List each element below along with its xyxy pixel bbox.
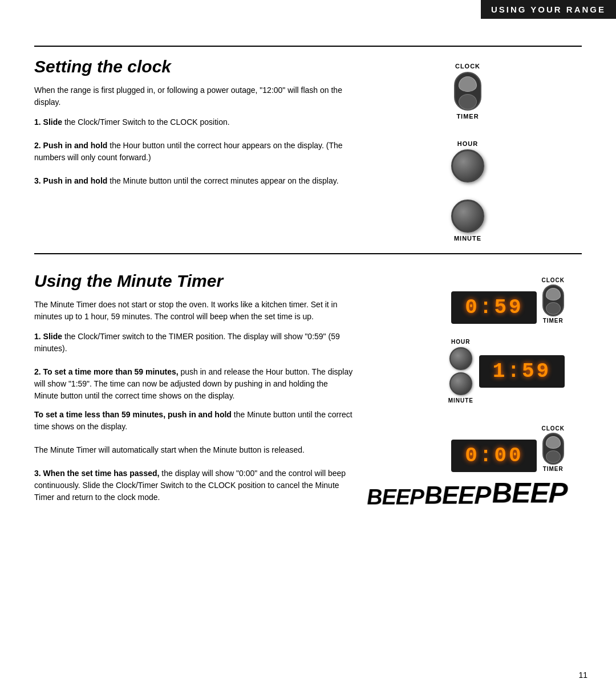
clock-label-sm-1: CLOCK bbox=[541, 277, 565, 283]
switch-sm-1 bbox=[542, 284, 564, 316]
step-3-bold: Push in and hold bbox=[43, 176, 108, 185]
hour-sm-label: HOUR bbox=[451, 339, 470, 345]
clock-timer-switch bbox=[454, 72, 481, 111]
hour-label: HOUR bbox=[457, 140, 478, 147]
display-3: 0:00 bbox=[451, 440, 537, 472]
switch-sm-3 bbox=[542, 433, 564, 465]
display-3-text: 0:00 bbox=[465, 444, 523, 468]
section-divider-bottom bbox=[34, 253, 582, 254]
mt-step-2b: To set a time less than 59 minutes, push… bbox=[34, 409, 354, 433]
switch-sm-knob-top-3 bbox=[546, 436, 561, 449]
setting-clock-intro: When the range is first plugged in, or f… bbox=[34, 84, 354, 108]
switch-sm-knob-top-1 bbox=[546, 288, 561, 300]
display-2-text: 1:59 bbox=[493, 360, 551, 383]
beep-text-1: BEEP bbox=[366, 485, 424, 509]
step-2: 2. Push in and hold the Hour button unti… bbox=[34, 140, 354, 164]
minute-small-button bbox=[449, 372, 472, 395]
hour-button-img bbox=[451, 149, 484, 182]
step-1-number: 1. bbox=[34, 117, 41, 127]
setting-clock-body: Setting the clock When the range is firs… bbox=[34, 57, 582, 242]
display-1: 0:59 bbox=[451, 291, 537, 324]
mt-step-2c-text: The Minute Timer will automatically star… bbox=[34, 445, 305, 454]
mt-step-3-number: 3. bbox=[34, 469, 41, 478]
switch-col-1: CLOCK TIMER bbox=[541, 277, 565, 324]
timer-label: TIMER bbox=[456, 113, 479, 120]
step-1-bold: Slide bbox=[43, 117, 62, 127]
hour-button-group: HOUR bbox=[451, 140, 484, 182]
page-number: 11 bbox=[578, 670, 587, 680]
mt-step-2-bold: To set a time more than 59 minutes, bbox=[43, 367, 179, 376]
step-3-rest: the Minute button until the correct minu… bbox=[107, 176, 338, 185]
beep-text-3: BEEP bbox=[491, 477, 568, 509]
mt-step-1: 1. Slide the Clock/Timer switch to the T… bbox=[34, 331, 354, 355]
setting-clock-text-col: Setting the clock When the range is firs… bbox=[34, 57, 354, 242]
step-2-number: 2. bbox=[34, 141, 41, 150]
display3-outer-group: 0:00 CLOCK TIMER BEEP bbox=[367, 425, 565, 510]
minute-timer-image-col: 0:59 CLOCK TIMER HOUR bbox=[371, 271, 565, 515]
display3-group: 0:00 CLOCK TIMER bbox=[451, 425, 565, 472]
section-divider-top bbox=[34, 46, 582, 47]
clock-label-sm-3: CLOCK bbox=[541, 425, 565, 432]
setting-clock-title: Setting the clock bbox=[34, 57, 354, 76]
display-2: 1:59 bbox=[479, 355, 565, 388]
clock-switch-container: CLOCK TIMER bbox=[454, 63, 481, 120]
switch-knob-bottom bbox=[459, 94, 477, 109]
header-label: USING YOUR RANGE bbox=[491, 5, 606, 14]
mt-step-2b-bold: To set a time less than 59 minutes, push… bbox=[34, 410, 232, 419]
timer-label-sm-3: TIMER bbox=[543, 466, 564, 472]
mt-step-3-bold: When the set time has passed, bbox=[43, 469, 160, 478]
minute-timer-intro: The Minute Timer does not start or stop … bbox=[34, 299, 354, 323]
step-1-rest: the Clock/Timer Switch to the CLOCK posi… bbox=[62, 117, 230, 127]
minute-timer-body: Using the Minute Timer The Minute Timer … bbox=[34, 271, 582, 515]
setting-clock-image-col: CLOCK TIMER HOUR MINUTE bbox=[371, 57, 565, 242]
switch-sm-knob-bottom-1 bbox=[546, 302, 561, 315]
beep-container: BEEP BEEP BEEP bbox=[367, 477, 565, 510]
header-bar: USING YOUR RANGE bbox=[481, 0, 616, 19]
minute-button-img bbox=[451, 200, 484, 233]
timer-label-sm-1: TIMER bbox=[543, 318, 564, 324]
mt-step-2: 2. To set a time more than 59 minutes, p… bbox=[34, 366, 354, 402]
minute-timer-text-col: Using the Minute Timer The Minute Timer … bbox=[34, 271, 354, 515]
step-3-number: 3. bbox=[34, 176, 41, 185]
minute-button-group: MINUTE bbox=[451, 200, 484, 242]
hour-minute-buttons-col: HOUR MINUTE bbox=[448, 339, 473, 404]
clock-label: CLOCK bbox=[455, 63, 480, 70]
step-1: 1. Slide the Clock/Timer Switch to the C… bbox=[34, 116, 354, 128]
step-3: 3. Push in and hold the Minute button un… bbox=[34, 175, 354, 187]
display-1-text: 0:59 bbox=[465, 296, 523, 319]
minute-timer-title: Using the Minute Timer bbox=[34, 271, 354, 291]
display1-group: 0:59 CLOCK TIMER bbox=[451, 277, 565, 324]
mt-step-2-number: 2. bbox=[34, 367, 41, 376]
minute-sm-label: MINUTE bbox=[448, 397, 473, 404]
minute-timer-section: Using the Minute Timer The Minute Timer … bbox=[34, 271, 582, 515]
minute-label: MINUTE bbox=[454, 235, 481, 242]
setting-clock-section: Setting the clock When the range is firs… bbox=[34, 46, 582, 254]
mt-step-1-bold: Slide bbox=[43, 332, 62, 341]
mt-step-3: 3. When the set time has passed, the dis… bbox=[34, 468, 354, 503]
step-2-bold: Push in and hold bbox=[43, 141, 108, 150]
beep-text-2: BEEP bbox=[424, 481, 491, 509]
mt-step-2c: The Minute Timer will automatically star… bbox=[34, 444, 354, 456]
main-content: Setting the clock When the range is firs… bbox=[0, 0, 616, 555]
display2-group: HOUR MINUTE 1:59 bbox=[448, 339, 565, 404]
mt-step-1-number: 1. bbox=[34, 332, 41, 341]
mt-step-1-rest: the Clock/Timer switch to the TIMER posi… bbox=[34, 332, 340, 353]
switch-knob-top bbox=[459, 76, 477, 92]
hour-small-button bbox=[449, 347, 472, 370]
switch-sm-knob-bottom-3 bbox=[546, 450, 561, 463]
switch-col-3: CLOCK TIMER bbox=[541, 425, 565, 472]
